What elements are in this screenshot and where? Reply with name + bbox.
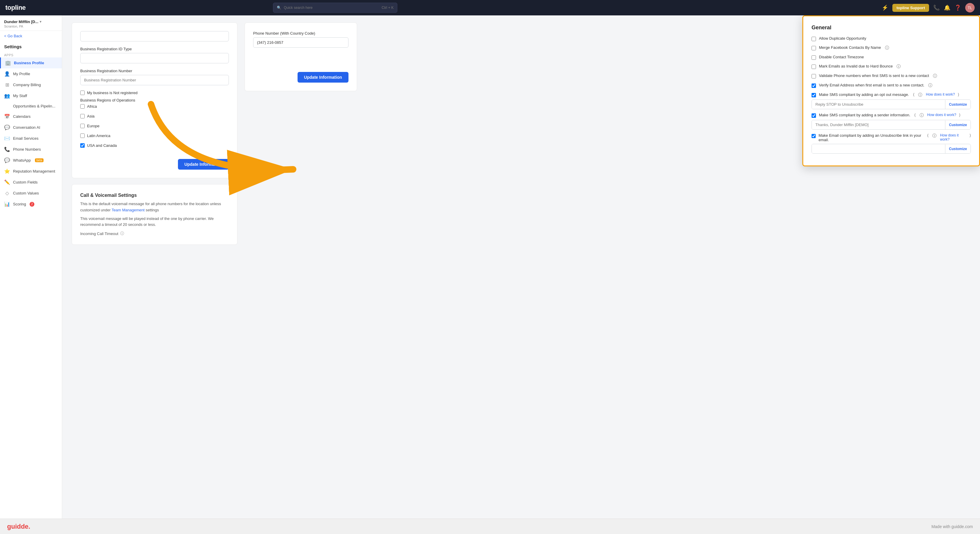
sms-sender-paren: ( (915, 113, 916, 117)
diamond-icon: ◇ (4, 190, 10, 196)
validate-phone-checkbox[interactable] (811, 74, 816, 78)
general-panel-title: General (811, 25, 971, 31)
email-unsub-customize[interactable]: Customize (945, 145, 970, 153)
info-icon-validate: ⓘ (933, 73, 937, 79)
sidebar-item-custom-fields[interactable]: ✏️ Custom Fields (0, 177, 62, 188)
info-icon-email-unsub: ⓘ (932, 133, 937, 138)
phone-input[interactable] (253, 37, 348, 48)
sidebar-item-custom-values[interactable]: ◇ Custom Values (0, 188, 62, 199)
sms-opt-checkbox[interactable] (811, 93, 816, 97)
sidebar-item-reputation[interactable]: ⭐ Reputation Management (0, 166, 62, 177)
sms-opt-input[interactable] (812, 100, 945, 109)
top-navigation: topline 🔍 Quick search here Ctrl + K ⚡ t… (0, 0, 980, 15)
verify-email-label: Verify Email Address when first email is… (819, 83, 924, 87)
europe-checkbox[interactable] (80, 124, 85, 128)
help-icon[interactable]: ❓ (955, 5, 961, 11)
mark-invalid-checkbox[interactable] (811, 65, 816, 69)
sms-sender-row: Make SMS compliant by adding a sender in… (811, 113, 971, 118)
registration-id-type-label: Business Registration ID Type (80, 47, 229, 51)
sidebar-item-phone-numbers[interactable]: 📞 Phone Numbers (0, 144, 62, 155)
sidebar-item-conversation-ai[interactable]: 💬 Conversation AI (0, 122, 62, 133)
support-button[interactable]: topline Support (892, 4, 929, 12)
email-unsub-checkbox[interactable] (811, 134, 816, 138)
sidebar-item-label: Scoring (13, 202, 26, 206)
info-icon-merge: ⓘ (885, 45, 889, 51)
sms-opt-customize[interactable]: Customize (945, 100, 970, 109)
grid-icon: ⊞ (4, 82, 10, 87)
sidebar-item-calendars[interactable]: 📅 Calendars (0, 111, 62, 122)
not-registered-checkbox[interactable] (80, 91, 85, 95)
region-latam: Latin America (80, 134, 229, 138)
email-unsub-paren: ( (927, 133, 929, 137)
disable-timezone-checkbox[interactable] (811, 56, 816, 60)
phone-section: Phone Number (With Country Code) Update … (245, 22, 357, 97)
how-link-sms-sender[interactable]: How does it work? (927, 113, 956, 117)
workspace-name: Dunder Mifflin [D... ▾ (4, 19, 58, 24)
calendar-icon: 📅 (4, 114, 10, 119)
africa-label: Africa (87, 104, 97, 109)
merge-facebook-label: Merge Facebook Contacts By Name (819, 45, 881, 50)
bell-icon[interactable]: 🔔 (944, 5, 950, 11)
sms-sender-customize[interactable]: Customize (945, 121, 970, 129)
whatsapp-icon: 💬 (4, 157, 10, 163)
sidebar-item-label: My Profile (13, 72, 30, 76)
disable-timezone-label: Disable Contact Timezone (819, 55, 864, 59)
sms-sender-input[interactable] (812, 120, 945, 129)
sms-opt-close-paren: ) (958, 92, 959, 97)
sms-opt-label: Make SMS compliant by adding an opt out … (819, 92, 909, 97)
voicemail-title: Call & Voicemail Settings (80, 193, 229, 198)
email-unsub-input-row: Customize (811, 144, 971, 154)
avatar[interactable]: TL (965, 3, 975, 13)
sidebar-item-my-profile[interactable]: 👤 My Profile (0, 68, 62, 79)
top-field-input[interactable] (80, 31, 229, 41)
sidebar-item-scoring[interactable]: 📊 Scoring 2 (0, 199, 62, 210)
region-usa-canada: USA and Canada (80, 143, 229, 148)
option-sms-sender: Make SMS compliant by adding a sender in… (811, 113, 971, 130)
registration-id-type-select[interactable] (80, 53, 229, 64)
not-registered-row: My business is Not registered (80, 91, 229, 95)
europe-label: Europe (87, 124, 99, 128)
region-africa: Africa (80, 104, 229, 109)
merge-facebook-checkbox[interactable] (811, 46, 816, 50)
voicemail-card: Call & Voicemail Settings This is the de… (72, 184, 237, 245)
sidebar-item-my-staff[interactable]: 👥 My Staff (0, 90, 62, 101)
search-bar[interactable]: 🔍 Quick search here Ctrl + K (273, 3, 397, 13)
verify-email-checkbox[interactable] (811, 83, 816, 88)
sidebar: Dunder Mifflin [D... ▾ Scranton, PA < Go… (0, 15, 62, 534)
info-icon-mark-invalid: ⓘ (897, 64, 900, 69)
sms-sender-checkbox[interactable] (811, 113, 816, 118)
lightning-icon[interactable]: ⚡ (882, 5, 888, 11)
team-management-link[interactable]: Team Management (111, 208, 145, 212)
registration-card: Business Registration ID Type Business R… (72, 22, 237, 178)
sidebar-item-opportunities[interactable]: Opportunities & Pipelin... (0, 101, 62, 111)
beta-badge: beta (35, 158, 43, 162)
star-icon: ⭐ (4, 168, 10, 174)
registration-number-input[interactable] (80, 75, 229, 85)
general-panel: General Allow Duplicate Opportunity Merg… (802, 15, 980, 166)
option-allow-duplicate: Allow Duplicate Opportunity (811, 36, 971, 41)
update-info-button-left[interactable]: Update Information (178, 159, 229, 170)
email-unsub-label: Make Email compliant by adding an Unsubs… (819, 133, 923, 142)
regions-label: Business Regions of Operations (80, 98, 229, 102)
update-info-button-right[interactable]: Update Information (298, 72, 348, 83)
go-back-link[interactable]: < Go Back (0, 31, 62, 41)
sidebar-item-email-services[interactable]: ✉️ Email Services (0, 133, 62, 144)
asia-checkbox[interactable] (80, 114, 85, 118)
workspace-selector[interactable]: Dunder Mifflin [D... ▾ Scranton, PA (0, 15, 62, 31)
how-link-email-unsub[interactable]: How does it work? (940, 133, 967, 141)
sms-opt-row: Make SMS compliant by adding an opt out … (811, 92, 971, 98)
sidebar-item-label: Email Services (13, 136, 38, 141)
sidebar-item-whatsapp[interactable]: 💬 WhatsApp beta (0, 155, 62, 166)
sidebar-item-company-billing[interactable]: ⊞ Company Billing (0, 79, 62, 90)
latam-checkbox[interactable] (80, 134, 85, 138)
africa-checkbox[interactable] (80, 104, 85, 109)
how-link-sms-opt[interactable]: How does it work? (926, 92, 955, 97)
phone-icon[interactable]: 📞 (933, 5, 940, 11)
sidebar-item-business-profile[interactable]: 🏢 Business Profile (0, 57, 62, 68)
email-unsub-input[interactable] (812, 144, 945, 153)
usa-canada-checkbox[interactable] (80, 143, 85, 148)
voicemail-desc: This is the default voicemail message fo… (80, 201, 229, 213)
allow-duplicate-checkbox[interactable] (811, 37, 816, 41)
chevron-down-icon: ▾ (40, 20, 41, 24)
sms-sender-input-row: Customize (811, 120, 971, 130)
